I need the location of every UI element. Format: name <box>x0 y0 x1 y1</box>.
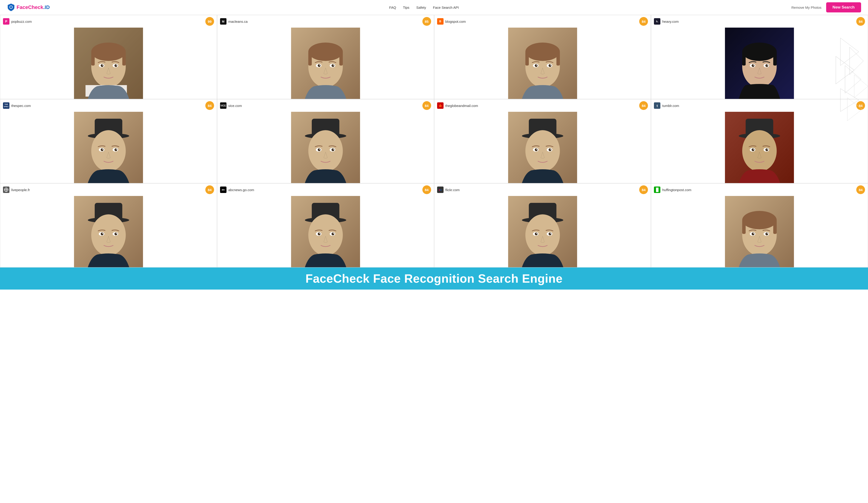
site-info: livepeople.fr <box>3 186 30 193</box>
site-info: THESPECthespec.com <box>3 102 31 109</box>
card-header: Mmacleans.ca85 <box>217 15 434 28</box>
site-info: Mmacleans.ca <box>220 18 248 24</box>
svg-point-69 <box>101 148 103 151</box>
site-name: macleans.ca <box>228 20 248 23</box>
site-name: theglobeandmail.com <box>445 104 478 107</box>
svg-point-102 <box>752 148 754 151</box>
nav-links: FAQ Tips Safety Face Search API <box>389 6 459 9</box>
result-card[interactable]: Bblogspot.com84 <box>434 15 651 99</box>
result-card[interactable]: Ppopbuzz.com99 <box>0 15 217 99</box>
svg-point-152 <box>767 233 768 234</box>
new-search-button[interactable]: New Search <box>826 2 861 12</box>
svg-point-53 <box>742 43 777 61</box>
face-image <box>217 196 434 267</box>
result-card[interactable]: ttumblr.com84 <box>651 99 868 183</box>
score-badge: 84 <box>856 101 865 110</box>
site-info: h.heavy.com <box>654 18 679 24</box>
result-card[interactable]: VICEvice.com84 <box>217 99 434 183</box>
score-badge: 84 <box>856 17 865 26</box>
svg-rect-31 <box>339 52 343 65</box>
svg-point-71 <box>102 149 103 150</box>
score-badge: 84 <box>422 185 431 194</box>
site-info: ●●flickr.com <box>437 186 460 193</box>
face-image <box>651 196 868 267</box>
svg-point-34 <box>318 64 321 67</box>
svg-point-151 <box>753 233 754 234</box>
card-header: ▐▌huffingtonpost.com84 <box>651 184 868 196</box>
result-card[interactable]: h.heavy.com84 <box>651 15 868 99</box>
face-image <box>0 196 217 267</box>
svg-point-77 <box>308 130 343 172</box>
svg-point-83 <box>333 149 334 150</box>
svg-rect-42 <box>525 52 529 65</box>
svg-rect-30 <box>308 52 312 65</box>
site-name: vice.com <box>228 104 242 107</box>
svg-point-91 <box>535 148 537 151</box>
face-image <box>434 112 651 183</box>
svg-point-93 <box>536 149 537 150</box>
card-header: livepeople.fr84 <box>0 184 217 196</box>
site-info: Bblogspot.com <box>437 18 466 24</box>
svg-point-123 <box>308 214 343 256</box>
face-image <box>651 28 868 99</box>
svg-point-13 <box>91 43 126 61</box>
svg-point-149 <box>752 233 754 235</box>
score-badge: 84 <box>639 17 648 26</box>
svg-rect-55 <box>773 52 777 65</box>
site-info: VICEvice.com <box>220 102 242 109</box>
svg-point-118 <box>116 233 117 234</box>
score-badge: 85 <box>422 17 431 26</box>
svg-point-36 <box>319 65 320 65</box>
remove-photos-link[interactable]: Remove My Photos <box>792 6 822 9</box>
svg-point-20 <box>102 65 103 65</box>
score-badge: 84 <box>205 101 214 110</box>
svg-point-80 <box>318 148 321 151</box>
result-card[interactable]: ●●flickr.com84 <box>434 183 651 267</box>
svg-point-61 <box>767 65 768 65</box>
result-card[interactable]: THESPECthespec.com84 <box>0 99 217 183</box>
svg-point-105 <box>767 149 768 150</box>
card-header: Ppopbuzz.com99 <box>0 15 217 28</box>
svg-rect-14 <box>91 52 95 65</box>
site-info: ttumblr.com <box>654 102 679 109</box>
svg-point-134 <box>525 214 560 256</box>
card-header: ●●flickr.com84 <box>434 184 651 196</box>
svg-point-137 <box>535 233 537 235</box>
nav-safety[interactable]: Safety <box>416 6 426 9</box>
svg-point-49 <box>550 65 551 65</box>
card-header: 🍁theglobeandmail.com84 <box>434 99 651 112</box>
face-image: WHO HERE HASON NETFLIX OH NCORE <box>0 28 217 99</box>
site-name: popbuzz.com <box>11 20 32 23</box>
svg-point-29 <box>308 43 343 61</box>
svg-point-88 <box>525 130 560 172</box>
nav-tips[interactable]: Tips <box>403 6 410 9</box>
svg-point-150 <box>765 233 768 235</box>
svg-point-94 <box>550 149 551 150</box>
card-header: VICEvice.com84 <box>217 99 434 112</box>
site-info: Ppopbuzz.com <box>3 18 32 24</box>
result-card[interactable]: ▐▌huffingtonpost.com84 <box>651 183 868 267</box>
svg-rect-43 <box>556 52 560 65</box>
score-badge: 99 <box>205 17 214 26</box>
svg-point-116 <box>114 233 117 235</box>
result-card[interactable]: 🍁theglobeandmail.com84 <box>434 99 651 183</box>
result-card[interactable]: abcabcnews.go.com84 <box>217 183 434 267</box>
face-image <box>651 112 868 183</box>
face-image <box>434 28 651 99</box>
site-name: thespec.com <box>11 104 31 107</box>
nav-face-search-api[interactable]: Face Search API <box>433 6 459 9</box>
score-badge: 84 <box>205 185 214 194</box>
site-name: tumblr.com <box>662 104 679 107</box>
nav-faq[interactable]: FAQ <box>389 6 396 9</box>
svg-point-92 <box>548 148 551 151</box>
score-badge: 84 <box>639 101 648 110</box>
svg-point-104 <box>753 149 754 150</box>
result-card[interactable]: Mmacleans.ca85 <box>217 15 434 99</box>
result-card[interactable]: livepeople.fr84 <box>0 183 217 267</box>
svg-point-48 <box>536 65 537 65</box>
logo-area: FaceCheck.ID <box>7 3 50 11</box>
svg-point-126 <box>318 233 321 235</box>
site-name: abcnews.go.com <box>228 188 254 192</box>
svg-point-140 <box>550 233 551 234</box>
svg-point-66 <box>91 130 126 172</box>
